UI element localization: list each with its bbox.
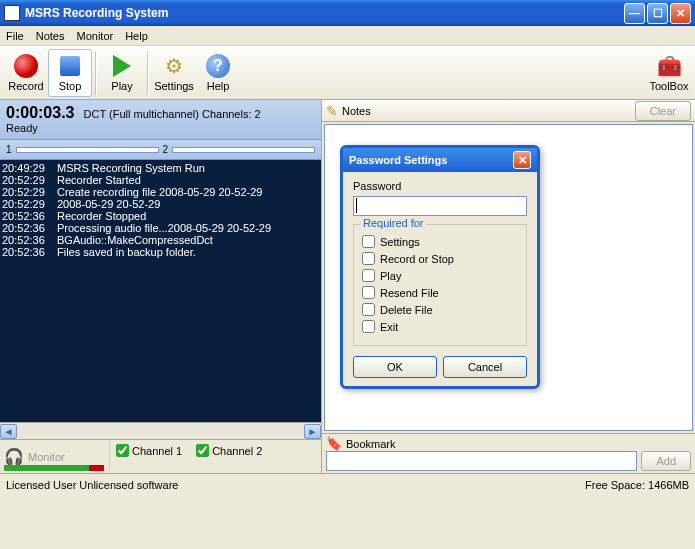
status-panel: 0:00:03.3 DCT (Full multichannel) Channe… bbox=[0, 100, 321, 140]
monitor-row: Monitor Channel 1 Channel 2 bbox=[0, 439, 321, 473]
ch1-track[interactable] bbox=[16, 147, 159, 153]
channel-meters: 1 2 bbox=[0, 140, 321, 160]
log-time: 20:52:36 bbox=[2, 246, 57, 258]
req-record-stop-checkbox[interactable]: Record or Stop bbox=[362, 252, 518, 265]
event-log[interactable]: 20:49:29MSRS Recording System Run20:52:2… bbox=[0, 160, 321, 422]
toolbox-button[interactable]: ToolBox bbox=[647, 49, 691, 97]
dialog-title: Password Settings bbox=[349, 154, 447, 166]
log-row[interactable]: 20:52:36Recorder Stopped bbox=[2, 210, 319, 222]
log-time: 20:52:36 bbox=[2, 210, 57, 222]
bookmark-input[interactable] bbox=[326, 451, 637, 471]
left-panel: 0:00:03.3 DCT (Full multichannel) Channe… bbox=[0, 100, 322, 473]
required-for-group: Required for Settings Record or Stop Pla… bbox=[353, 224, 527, 346]
ch1-label: 1 bbox=[6, 144, 12, 155]
log-message: Create recording file 2008-05-29 20-52-2… bbox=[57, 186, 262, 198]
record-mode: DCT (Full multichannel) Channels: 2 bbox=[84, 108, 261, 120]
scroll-left-button[interactable]: ◄ bbox=[0, 424, 17, 439]
toolbar-separator bbox=[147, 51, 149, 95]
record-icon bbox=[14, 54, 38, 78]
ready-status: Ready bbox=[6, 122, 315, 134]
window-title: MSRS Recording System bbox=[25, 6, 624, 20]
toolbox-label: ToolBox bbox=[649, 80, 688, 92]
password-settings-dialog: Password Settings ✕ Password Required fo… bbox=[340, 145, 540, 389]
req-exit-label: Exit bbox=[380, 321, 398, 333]
log-row[interactable]: 20:49:29MSRS Recording System Run bbox=[2, 162, 319, 174]
password-label: Password bbox=[353, 180, 527, 192]
titlebar: ▪ MSRS Recording System — ☐ ✕ bbox=[0, 0, 695, 26]
log-message: BGAudio::MakeCompressedDct bbox=[57, 234, 213, 246]
close-button[interactable]: ✕ bbox=[670, 3, 691, 24]
bookmark-icon bbox=[326, 436, 342, 451]
headphones-icon bbox=[4, 447, 24, 466]
channel1-label: Channel 1 bbox=[132, 445, 182, 457]
cancel-button[interactable]: Cancel bbox=[443, 356, 527, 378]
monitor-box[interactable]: Monitor bbox=[0, 440, 110, 473]
stop-button[interactable]: Stop bbox=[48, 49, 92, 97]
text-cursor bbox=[356, 198, 357, 213]
menu-monitor[interactable]: Monitor bbox=[76, 30, 113, 42]
add-bookmark-button[interactable]: Add bbox=[641, 451, 691, 471]
vu-meter bbox=[4, 465, 104, 471]
req-settings-label: Settings bbox=[380, 236, 420, 248]
log-time: 20:52:29 bbox=[2, 198, 57, 210]
req-exit-checkbox[interactable]: Exit bbox=[362, 320, 518, 333]
log-message: Processing audio file...2008-05-29 20-52… bbox=[57, 222, 271, 234]
help-icon: ? bbox=[206, 54, 230, 78]
ok-button[interactable]: OK bbox=[353, 356, 437, 378]
dialog-close-button[interactable]: ✕ bbox=[513, 151, 531, 169]
scroll-right-button[interactable]: ► bbox=[304, 424, 321, 439]
play-button[interactable]: Play bbox=[100, 49, 144, 97]
stop-icon bbox=[58, 54, 82, 78]
stop-label: Stop bbox=[59, 80, 82, 92]
menu-file[interactable]: File bbox=[6, 30, 24, 42]
help-button[interactable]: ? Help bbox=[196, 49, 240, 97]
app-icon: ▪ bbox=[4, 5, 20, 21]
free-space: Free Space: 1466MB bbox=[585, 479, 689, 491]
log-hscroll[interactable]: ◄ ► bbox=[0, 422, 321, 439]
minimize-button[interactable]: — bbox=[624, 3, 645, 24]
log-row[interactable]: 20:52:29Recorder Started bbox=[2, 174, 319, 186]
elapsed-time: 0:00:03.3 bbox=[6, 104, 75, 121]
log-row[interactable]: 20:52:36Files saved in backup folder. bbox=[2, 246, 319, 258]
log-row[interactable]: 20:52:36Processing audio file...2008-05-… bbox=[2, 222, 319, 234]
dialog-titlebar[interactable]: Password Settings ✕ bbox=[343, 148, 537, 172]
req-delete-checkbox[interactable]: Delete File bbox=[362, 303, 518, 316]
settings-button[interactable]: Settings bbox=[152, 49, 196, 97]
menu-notes[interactable]: Notes bbox=[36, 30, 65, 42]
toolbar-separator bbox=[95, 51, 97, 95]
toolbox-icon bbox=[657, 54, 681, 78]
log-row[interactable]: 20:52:292008-05-29 20-52-29 bbox=[2, 198, 319, 210]
log-row[interactable]: 20:52:36BGAudio::MakeCompressedDct bbox=[2, 234, 319, 246]
ch2-track[interactable] bbox=[172, 147, 315, 153]
req-delete-label: Delete File bbox=[380, 304, 433, 316]
maximize-button[interactable]: ☐ bbox=[647, 3, 668, 24]
req-play-label: Play bbox=[380, 270, 401, 282]
log-time: 20:52:29 bbox=[2, 174, 57, 186]
clear-button[interactable]: Clear bbox=[635, 101, 691, 121]
menu-help[interactable]: Help bbox=[125, 30, 148, 42]
record-button[interactable]: Record bbox=[4, 49, 48, 97]
bookmark-label: Bookmark bbox=[346, 438, 396, 450]
channel1-checkbox[interactable]: Channel 1 bbox=[116, 444, 182, 457]
statusbar: Licensed User Unlicensed software Free S… bbox=[0, 473, 695, 495]
log-row[interactable]: 20:52:29Create recording file 2008-05-29… bbox=[2, 186, 319, 198]
req-resend-label: Resend File bbox=[380, 287, 439, 299]
menubar: File Notes Monitor Help bbox=[0, 26, 695, 46]
notes-header: Notes Clear bbox=[322, 100, 695, 122]
log-time: 20:52:36 bbox=[2, 234, 57, 246]
req-resend-checkbox[interactable]: Resend File bbox=[362, 286, 518, 299]
log-message: Files saved in backup folder. bbox=[57, 246, 196, 258]
req-play-checkbox[interactable]: Play bbox=[362, 269, 518, 282]
log-time: 20:49:29 bbox=[2, 162, 57, 174]
settings-label: Settings bbox=[154, 80, 194, 92]
license-status: Licensed User Unlicensed software bbox=[6, 479, 178, 491]
channel2-checkbox[interactable]: Channel 2 bbox=[196, 444, 262, 457]
notes-icon bbox=[326, 103, 338, 119]
channel-checks: Channel 1 Channel 2 bbox=[110, 440, 321, 473]
req-settings-checkbox[interactable]: Settings bbox=[362, 235, 518, 248]
play-icon bbox=[110, 54, 134, 78]
password-input[interactable] bbox=[353, 196, 527, 216]
channel2-label: Channel 2 bbox=[212, 445, 262, 457]
bookmark-panel: Bookmark Add bbox=[322, 433, 695, 473]
log-time: 20:52:36 bbox=[2, 222, 57, 234]
